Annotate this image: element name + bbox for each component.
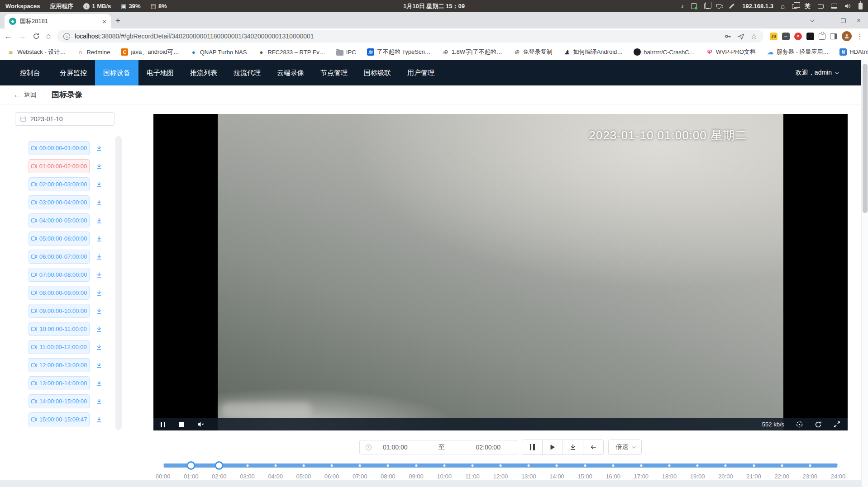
nav-tab-user-manage[interactable]: 用户管理 (399, 60, 443, 85)
address-bar[interactable]: localhost:38080/#/gbRecordDetail/3402000… (57, 30, 763, 43)
bookmark-item[interactable]: 如何编译Android… (563, 48, 623, 56)
new-tab-button[interactable] (115, 16, 120, 26)
play-button[interactable] (542, 440, 563, 455)
bookmark-item[interactable]: WVP-PRO文档 (706, 48, 756, 56)
download-segment-button[interactable] (96, 236, 102, 242)
extension-dark-icon[interactable] (806, 33, 814, 40)
clipboard-icon[interactable] (704, 3, 709, 9)
input-method-indicator[interactable]: 英 (805, 2, 811, 10)
clock[interactable]: 1月10日 星期二 15：09 (403, 2, 465, 10)
browser-back-button[interactable] (5, 33, 12, 40)
pause-icon[interactable] (161, 422, 165, 427)
speed-dropdown[interactable]: 倍速 (608, 440, 642, 455)
end-time-value[interactable]: 02:00:00 (465, 444, 511, 451)
bookmark-item[interactable]: 免登录复制 (513, 48, 552, 56)
download-segment-button[interactable] (96, 416, 102, 423)
share-icon[interactable] (738, 33, 744, 40)
bookmark-item[interactable]: 服务器 - 轻量应用… (767, 48, 829, 56)
segment-pill[interactable]: 03:00:00-04:00:00 (29, 195, 90, 209)
page-scrollbar-thumb[interactable] (863, 64, 868, 213)
browser-tab[interactable]: ◆ 国标28181 (5, 14, 111, 28)
bookmark-item[interactable]: 了不起的 TypeScri… (367, 48, 431, 56)
bookmark-item[interactable]: QNAP Turbo NAS (190, 48, 247, 56)
start-time-value[interactable]: 01:00:00 (372, 444, 419, 451)
ip-address[interactable]: 192.168.1.3 (742, 3, 773, 9)
nav-tab-gb-cascade[interactable]: 国标级联 (356, 60, 399, 85)
segment-pill[interactable]: 02:00:00-03:00:00 (29, 177, 90, 191)
bookmark-item[interactable]: Webstack - 设计… (7, 48, 66, 56)
bookmark-item[interactable]: IPC (336, 49, 356, 56)
download-segment-button[interactable] (96, 145, 102, 151)
coffee-icon[interactable] (716, 4, 721, 9)
timeline-handle-start[interactable] (187, 461, 196, 470)
window-minimize-button[interactable] (824, 16, 830, 24)
mute-icon[interactable] (197, 421, 204, 427)
browser-reload-button[interactable] (33, 33, 40, 40)
applications-button[interactable]: 应用程序 (50, 2, 73, 10)
download-segment-button[interactable] (96, 380, 102, 387)
time-range-input[interactable]: 01:00:00 至 02:00:00 (359, 440, 517, 454)
window-close-button[interactable] (857, 16, 861, 24)
seek-back-button[interactable] (583, 440, 604, 455)
bookmark-item[interactable]: hairrrrr/C-CrashC… (634, 48, 695, 56)
segment-pill[interactable]: 10:00:00-11:00:00 (29, 322, 90, 336)
side-panel-icon[interactable] (830, 33, 837, 39)
bookmark-item[interactable]: java、android可… (121, 48, 179, 56)
bookmark-star-icon[interactable] (751, 32, 757, 41)
nav-tab-pull-proxy[interactable]: 拉流代理 (225, 60, 269, 85)
download-segment-button[interactable] (96, 181, 102, 188)
display-icon[interactable] (831, 4, 837, 9)
download-segment-button[interactable] (96, 344, 102, 350)
bookmark-item[interactable]: RFC2833 – RTP Ev… (258, 48, 325, 56)
segment-pill[interactable]: 12:00:00-13:00:00 (29, 358, 90, 372)
stop-icon[interactable] (179, 422, 184, 427)
segment-pill[interactable]: 11:00:00-12:00:00 (29, 340, 90, 354)
download-segment-button[interactable] (96, 308, 102, 314)
segment-pill[interactable]: 08:00:00-09:00:00 (29, 286, 90, 300)
segment-pill[interactable]: 06:00:00-07:00:00 (29, 250, 90, 264)
battery-icon[interactable] (858, 3, 863, 9)
nav-tab-node-manage[interactable]: 节点管理 (312, 60, 356, 85)
bookmark-item[interactable]: HDAtmos :: 种子 *… (839, 48, 868, 56)
browser-home-button[interactable] (46, 32, 51, 41)
browser-menu-icon[interactable] (856, 32, 863, 41)
page-scrollbar[interactable] (861, 60, 868, 487)
fullscreen-icon[interactable] (834, 421, 840, 428)
segment-pill[interactable]: 14:00:00-15:00:00 (29, 394, 90, 408)
download-segment-button[interactable] (96, 290, 102, 296)
download-segment-button[interactable] (96, 362, 102, 369)
download-segment-button[interactable] (96, 272, 102, 278)
download-segment-button[interactable] (96, 199, 102, 206)
site-info-icon[interactable] (63, 33, 70, 40)
download-segment-button[interactable] (96, 398, 102, 405)
workspaces-button[interactable]: Workspaces (5, 3, 40, 9)
pen-icon[interactable] (729, 3, 734, 9)
timeline-handle-end[interactable] (215, 461, 224, 470)
extension-infinity-icon[interactable] (782, 33, 790, 40)
home-icon[interactable]: ⌂ (781, 3, 785, 9)
extensions-puzzle-icon[interactable] (819, 33, 825, 40)
segment-pill[interactable]: 15:00:00-15:09:47 (29, 412, 90, 426)
window-maximize-button[interactable] (841, 18, 846, 23)
browser-forward-button[interactable] (19, 33, 26, 40)
nav-tab-cloud-record[interactable]: 云端录像 (269, 60, 312, 85)
nav-tab-map[interactable]: 电子地图 (138, 60, 182, 85)
download-segment-button[interactable] (96, 254, 102, 260)
snapshot-aperture-icon[interactable] (796, 421, 803, 428)
segment-pill[interactable]: 07:00:00-08:00:00 (29, 268, 90, 282)
segment-pill[interactable]: 04:00:00-05:00:00 (29, 213, 90, 227)
bookmark-item[interactable]: Redmine (76, 48, 110, 56)
user-menu[interactable]: 欢迎，admin (796, 60, 838, 85)
nav-tab-gb-device[interactable]: 国标设备 (95, 60, 138, 85)
segment-pill[interactable]: 05:00:00-06:00:00 (29, 232, 90, 246)
video-player[interactable]: 2023-01-10 01:00:00 星期二 552 kb/s (153, 114, 848, 430)
back-button[interactable]: 返回 (14, 91, 37, 99)
screenshot-indicator-icon[interactable] (691, 3, 697, 9)
refresh-icon[interactable] (815, 421, 822, 428)
extension-adblock-icon[interactable] (794, 33, 802, 40)
download-segment-button[interactable] (96, 163, 102, 170)
tab-close-icon[interactable] (102, 18, 106, 25)
segment-pill[interactable]: 09:00:00-10:00:00 (29, 304, 90, 318)
profile-avatar[interactable] (842, 31, 852, 41)
sidebar-scrollbar[interactable] (115, 136, 122, 430)
